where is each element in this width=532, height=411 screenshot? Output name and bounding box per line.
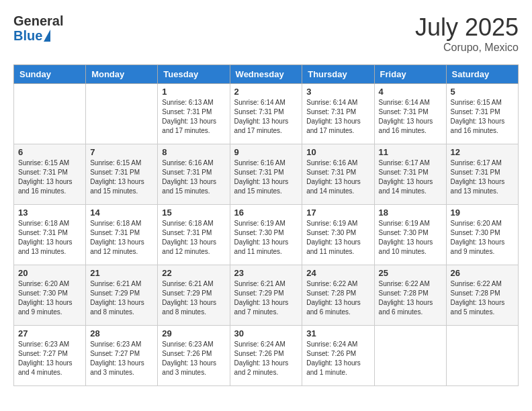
calendar-cell: 6Sunrise: 6:15 AM Sunset: 7:31 PM Daylig…: [14, 144, 86, 205]
day-info: Sunrise: 6:24 AM Sunset: 7:26 PM Dayligh…: [306, 340, 369, 377]
day-info: Sunrise: 6:15 AM Sunset: 7:31 PM Dayligh…: [90, 158, 153, 196]
day-info: Sunrise: 6:21 AM Sunset: 7:29 PM Dayligh…: [90, 279, 153, 317]
day-info: Sunrise: 6:23 AM Sunset: 7:27 PM Dayligh…: [18, 340, 81, 377]
title-block: July 2025 Corupo, Mexico: [415, 13, 519, 54]
day-number: 25: [379, 268, 442, 278]
day-number: 23: [234, 268, 298, 278]
day-info: Sunrise: 6:21 AM Sunset: 7:29 PM Dayligh…: [162, 279, 225, 317]
calendar-cell: 14Sunrise: 6:18 AM Sunset: 7:31 PM Dayli…: [86, 205, 158, 265]
day-info: Sunrise: 6:19 AM Sunset: 7:30 PM Dayligh…: [379, 219, 442, 257]
calendar-cell: 17Sunrise: 6:19 AM Sunset: 7:30 PM Dayli…: [302, 205, 374, 265]
day-number: 5: [451, 87, 514, 97]
day-info: Sunrise: 6:23 AM Sunset: 7:26 PM Dayligh…: [162, 340, 225, 377]
day-info: Sunrise: 6:18 AM Sunset: 7:31 PM Dayligh…: [90, 219, 153, 257]
calendar-cell: 29Sunrise: 6:23 AM Sunset: 7:26 PM Dayli…: [158, 326, 230, 386]
calendar-cell: 28Sunrise: 6:23 AM Sunset: 7:27 PM Dayli…: [86, 326, 158, 386]
day-number: 29: [162, 328, 225, 338]
day-info: Sunrise: 6:15 AM Sunset: 7:31 PM Dayligh…: [18, 158, 81, 196]
calendar-cell: 22Sunrise: 6:21 AM Sunset: 7:29 PM Dayli…: [158, 265, 230, 326]
calendar-cell: 26Sunrise: 6:22 AM Sunset: 7:28 PM Dayli…: [446, 265, 518, 326]
day-number: 12: [451, 147, 514, 157]
calendar-cell: 13Sunrise: 6:18 AM Sunset: 7:31 PM Dayli…: [14, 205, 86, 265]
day-info: Sunrise: 6:14 AM Sunset: 7:31 PM Dayligh…: [379, 98, 442, 136]
day-info: Sunrise: 6:22 AM Sunset: 7:28 PM Dayligh…: [306, 279, 369, 317]
day-info: Sunrise: 6:16 AM Sunset: 7:31 PM Dayligh…: [234, 158, 298, 196]
calendar-cell: [14, 84, 86, 144]
calendar-cell: 8Sunrise: 6:16 AM Sunset: 7:31 PM Daylig…: [158, 144, 230, 205]
day-info: Sunrise: 6:16 AM Sunset: 7:31 PM Dayligh…: [306, 158, 369, 196]
day-info: Sunrise: 6:22 AM Sunset: 7:28 PM Dayligh…: [379, 279, 442, 317]
day-number: 14: [90, 208, 153, 218]
day-number: 18: [379, 208, 442, 218]
month-year-title: July 2025: [415, 13, 519, 42]
calendar-week-row: 13Sunrise: 6:18 AM Sunset: 7:31 PM Dayli…: [14, 205, 519, 265]
calendar-cell: [374, 326, 446, 386]
calendar-cell: 5Sunrise: 6:15 AM Sunset: 7:31 PM Daylig…: [446, 84, 518, 144]
day-number: 28: [90, 328, 153, 338]
day-info: Sunrise: 6:21 AM Sunset: 7:29 PM Dayligh…: [234, 279, 298, 317]
day-number: 7: [90, 147, 153, 157]
calendar-week-row: 6Sunrise: 6:15 AM Sunset: 7:31 PM Daylig…: [14, 144, 519, 205]
calendar-cell: [86, 84, 158, 144]
calendar-cell: 24Sunrise: 6:22 AM Sunset: 7:28 PM Dayli…: [302, 265, 374, 326]
calendar-header-row: Sunday Monday Tuesday Wednesday Thursday…: [14, 65, 519, 84]
day-info: Sunrise: 6:19 AM Sunset: 7:30 PM Dayligh…: [306, 219, 369, 257]
header-saturday: Saturday: [446, 65, 518, 84]
calendar-table: Sunday Monday Tuesday Wednesday Thursday…: [13, 64, 519, 386]
day-info: Sunrise: 6:24 AM Sunset: 7:26 PM Dayligh…: [234, 340, 298, 377]
calendar-cell: 2Sunrise: 6:14 AM Sunset: 7:31 PM Daylig…: [230, 84, 302, 144]
day-number: 19: [451, 208, 514, 218]
page-header: General Blue July 2025 Corupo, Mexico: [13, 13, 519, 54]
calendar-cell: 7Sunrise: 6:15 AM Sunset: 7:31 PM Daylig…: [86, 144, 158, 205]
day-number: 10: [306, 147, 369, 157]
day-number: 2: [234, 87, 298, 97]
day-info: Sunrise: 6:14 AM Sunset: 7:31 PM Dayligh…: [306, 98, 369, 136]
day-number: 3: [306, 87, 369, 97]
day-number: 11: [379, 147, 442, 157]
header-tuesday: Tuesday: [158, 65, 230, 84]
calendar-cell: 4Sunrise: 6:14 AM Sunset: 7:31 PM Daylig…: [374, 84, 446, 144]
day-info: Sunrise: 6:20 AM Sunset: 7:30 PM Dayligh…: [18, 279, 81, 317]
calendar-cell: 30Sunrise: 6:24 AM Sunset: 7:26 PM Dayli…: [230, 326, 302, 386]
calendar-cell: 25Sunrise: 6:22 AM Sunset: 7:28 PM Dayli…: [374, 265, 446, 326]
day-info: Sunrise: 6:15 AM Sunset: 7:31 PM Dayligh…: [451, 98, 514, 136]
calendar-cell: 15Sunrise: 6:18 AM Sunset: 7:31 PM Dayli…: [158, 205, 230, 265]
calendar-cell: 10Sunrise: 6:16 AM Sunset: 7:31 PM Dayli…: [302, 144, 374, 205]
calendar-cell: 12Sunrise: 6:17 AM Sunset: 7:31 PM Dayli…: [446, 144, 518, 205]
day-info: Sunrise: 6:17 AM Sunset: 7:31 PM Dayligh…: [379, 158, 442, 196]
calendar-cell: 23Sunrise: 6:21 AM Sunset: 7:29 PM Dayli…: [230, 265, 302, 326]
calendar-cell: 18Sunrise: 6:19 AM Sunset: 7:30 PM Dayli…: [374, 205, 446, 265]
calendar-cell: 21Sunrise: 6:21 AM Sunset: 7:29 PM Dayli…: [86, 265, 158, 326]
day-info: Sunrise: 6:22 AM Sunset: 7:28 PM Dayligh…: [451, 279, 514, 317]
calendar-cell: 3Sunrise: 6:14 AM Sunset: 7:31 PM Daylig…: [302, 84, 374, 144]
header-sunday: Sunday: [14, 65, 86, 84]
calendar-cell: 9Sunrise: 6:16 AM Sunset: 7:31 PM Daylig…: [230, 144, 302, 205]
day-number: 30: [234, 328, 298, 338]
day-info: Sunrise: 6:16 AM Sunset: 7:31 PM Dayligh…: [162, 158, 225, 196]
calendar-week-row: 1Sunrise: 6:13 AM Sunset: 7:31 PM Daylig…: [14, 84, 519, 144]
day-info: Sunrise: 6:17 AM Sunset: 7:31 PM Dayligh…: [451, 158, 514, 196]
logo-blue: Blue: [13, 28, 42, 43]
calendar-cell: 11Sunrise: 6:17 AM Sunset: 7:31 PM Dayli…: [374, 144, 446, 205]
day-number: 21: [90, 268, 153, 278]
day-info: Sunrise: 6:20 AM Sunset: 7:30 PM Dayligh…: [451, 219, 514, 257]
calendar-cell: 31Sunrise: 6:24 AM Sunset: 7:26 PM Dayli…: [302, 326, 374, 386]
logo-triangle-icon: [44, 30, 50, 42]
day-info: Sunrise: 6:23 AM Sunset: 7:27 PM Dayligh…: [90, 340, 153, 377]
day-number: 15: [162, 208, 225, 218]
day-number: 22: [162, 268, 225, 278]
calendar-cell: 20Sunrise: 6:20 AM Sunset: 7:30 PM Dayli…: [14, 265, 86, 326]
day-info: Sunrise: 6:14 AM Sunset: 7:31 PM Dayligh…: [234, 98, 298, 136]
day-number: 13: [18, 208, 81, 218]
logo-general: General: [13, 13, 63, 28]
calendar-cell: 16Sunrise: 6:19 AM Sunset: 7:30 PM Dayli…: [230, 205, 302, 265]
day-number: 9: [234, 147, 298, 157]
calendar-cell: 27Sunrise: 6:23 AM Sunset: 7:27 PM Dayli…: [14, 326, 86, 386]
header-wednesday: Wednesday: [230, 65, 302, 84]
day-info: Sunrise: 6:19 AM Sunset: 7:30 PM Dayligh…: [234, 219, 298, 257]
day-number: 24: [306, 268, 369, 278]
day-number: 8: [162, 147, 225, 157]
day-number: 1: [162, 87, 225, 97]
header-friday: Friday: [374, 65, 446, 84]
day-number: 20: [18, 268, 81, 278]
